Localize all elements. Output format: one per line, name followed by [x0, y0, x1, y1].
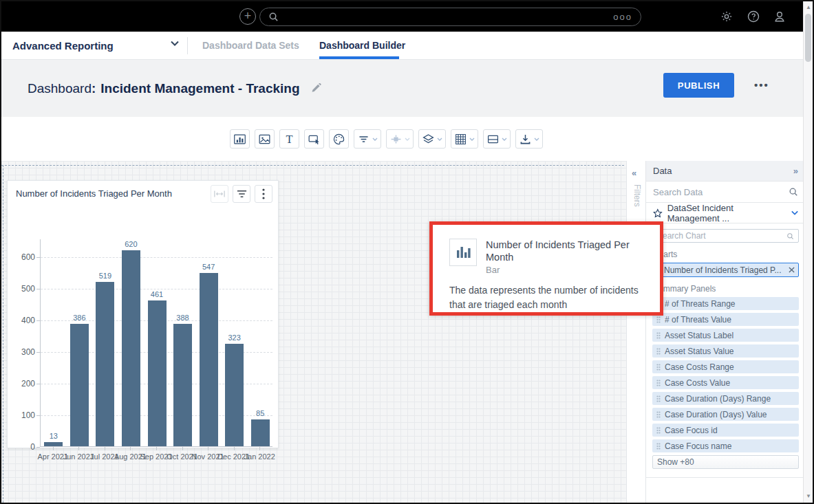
- layout-menu-button[interactable]: [483, 129, 511, 149]
- chart-filter-button[interactable]: [233, 185, 250, 203]
- title-prefix: Dashboard: [28, 81, 92, 96]
- insert-shape-button[interactable]: [304, 129, 324, 149]
- bar[interactable]: [44, 442, 63, 446]
- selected-chart-item[interactable]: Number of Incidents Triaged P...: [652, 263, 799, 277]
- drag-handle-icon[interactable]: [656, 443, 661, 450]
- bar[interactable]: [225, 344, 244, 446]
- dataset-selector[interactable]: DataSet Incident Management ...: [646, 203, 805, 223]
- layers-menu-button[interactable]: [418, 129, 446, 149]
- y-axis-tick-label: 100: [8, 410, 35, 420]
- summary-panel-item[interactable]: Case Costs Range: [652, 360, 799, 373]
- title-name: Incident Management - Tracking: [100, 81, 299, 96]
- y-axis-tick-label: 300: [8, 347, 35, 357]
- chevron-down-icon[interactable]: [791, 210, 798, 215]
- bar[interactable]: [173, 324, 192, 446]
- search-overflow-dots[interactable]: ooo: [613, 12, 632, 22]
- drag-handle-icon[interactable]: [656, 332, 661, 339]
- chart-widget-header: Number of Incidents Triaged Per Month: [8, 181, 278, 208]
- chart-menu-button[interactable]: [255, 185, 272, 203]
- search-chart-input[interactable]: Search Chart: [652, 229, 799, 243]
- edit-pencil-icon[interactable]: [311, 83, 322, 94]
- kebab-menu-icon: [262, 188, 265, 199]
- x-axis-tick: [130, 447, 131, 450]
- y-axis-tick: [36, 447, 40, 448]
- export-menu-button[interactable]: [515, 129, 543, 149]
- insert-chart-button[interactable]: [230, 129, 250, 149]
- callout-icon-box: [449, 239, 477, 266]
- export-menu-icon: [519, 133, 532, 146]
- summary-panel-item[interactable]: Case Focus name: [652, 439, 799, 452]
- summary-panels-section-label: Summary Panels: [653, 284, 798, 294]
- collapse-right-icon[interactable]: »: [793, 166, 798, 176]
- summary-panel-item[interactable]: Case Duration (Days) Value: [652, 408, 799, 421]
- gear-icon[interactable]: [720, 10, 733, 23]
- grid-menu-button[interactable]: [451, 129, 478, 149]
- bar[interactable]: [96, 282, 114, 446]
- drag-handle-icon[interactable]: [656, 364, 661, 371]
- summary-panel-item[interactable]: # of Threats Value: [652, 313, 799, 326]
- gridline: [41, 257, 272, 258]
- data-panel: Data » Search Data DataSet Incident Mana…: [646, 161, 805, 503]
- summary-panel-item[interactable]: Case Focus id: [652, 424, 799, 437]
- palette-button[interactable]: [329, 129, 349, 149]
- drag-handle-icon[interactable]: [656, 395, 661, 402]
- chevron-down-icon: [171, 41, 179, 46]
- app-switcher[interactable]: Advanced Reporting: [12, 32, 114, 60]
- bar[interactable]: [251, 419, 270, 446]
- star-icon[interactable]: [653, 208, 663, 218]
- plus-circle-icon[interactable]: +: [239, 8, 256, 25]
- insert-text-button[interactable]: T: [279, 129, 299, 149]
- page-title: Dashboard:Incident Management - Tracking: [28, 60, 322, 117]
- bar-value-label: 620: [117, 240, 144, 248]
- scrollbar-thumb[interactable]: [805, 14, 811, 62]
- scroll-down-icon[interactable]: ▼: [804, 492, 813, 501]
- summary-panel-item[interactable]: Asset Status Label: [652, 329, 799, 342]
- drag-handle-icon[interactable]: [656, 411, 661, 418]
- filters-rail[interactable]: « Filters: [626, 161, 646, 503]
- summary-panel-item[interactable]: # of Threats Range: [652, 297, 799, 310]
- drag-handle-icon[interactable]: [656, 380, 661, 386]
- resize-horizontal-button[interactable]: [211, 185, 228, 203]
- user-icon[interactable]: [773, 10, 786, 23]
- close-icon[interactable]: [789, 267, 795, 273]
- summary-panel-item[interactable]: Asset Status Value: [652, 344, 799, 358]
- align-menu-button[interactable]: [386, 129, 414, 149]
- bar[interactable]: [70, 324, 89, 446]
- resize-horizontal-icon: [214, 190, 225, 198]
- insert-image-button[interactable]: [255, 129, 275, 149]
- callout-subtitle: Bar: [486, 265, 650, 275]
- show-more-button[interactable]: Show +80: [652, 455, 799, 469]
- drag-handle-icon[interactable]: [656, 316, 661, 323]
- search-icon: [789, 187, 798, 197]
- summary-panel-item[interactable]: Case Costs Value: [652, 376, 799, 389]
- insert-shape-icon: [308, 133, 321, 146]
- chevron-down-icon: [502, 138, 507, 141]
- tab-dashboard-builder[interactable]: Dashboard Builder: [319, 32, 405, 60]
- summary-panel-item[interactable]: Case Duration (Days) Range: [652, 392, 799, 405]
- chart-widget[interactable]: Number of Incidents Triaged Per Month 13…: [7, 180, 279, 448]
- filter-menu-button[interactable]: [354, 129, 381, 149]
- bar-chart-icon: [454, 243, 472, 261]
- bar[interactable]: [122, 250, 140, 446]
- insert-chart-icon: [233, 133, 246, 146]
- x-axis-tick: [156, 447, 157, 450]
- search-data-placeholder: Search Data: [653, 187, 703, 197]
- drag-handle-icon[interactable]: [656, 427, 661, 434]
- bar[interactable]: [200, 273, 218, 446]
- publish-button[interactable]: PUBLISH: [663, 73, 734, 98]
- page-scrollbar[interactable]: ▲ ▼: [803, 1, 813, 503]
- global-search-input[interactable]: ooo: [259, 8, 641, 26]
- scroll-up-icon[interactable]: ▲: [804, 3, 813, 12]
- collapse-left-icon[interactable]: «: [632, 168, 636, 178]
- drag-handle-icon[interactable]: [656, 348, 661, 355]
- bar[interactable]: [148, 300, 167, 446]
- help-icon[interactable]: [747, 10, 760, 23]
- y-axis-tick-label: 600: [8, 252, 35, 262]
- x-axis-tick: [78, 447, 79, 450]
- search-data-input[interactable]: Search Data: [646, 182, 805, 203]
- chart-title: Number of Incidents Triaged Per Month: [16, 188, 172, 199]
- header-more-menu[interactable]: •••: [754, 79, 769, 91]
- dashboard-canvas[interactable]: Number of Incidents Triaged Per Month 13…: [1, 161, 626, 503]
- chart-info-callout: Number of Incidents Triaged Per Month Ba…: [429, 221, 663, 316]
- tab-dashboard-data-sets[interactable]: Dashboard Data Sets: [202, 32, 299, 60]
